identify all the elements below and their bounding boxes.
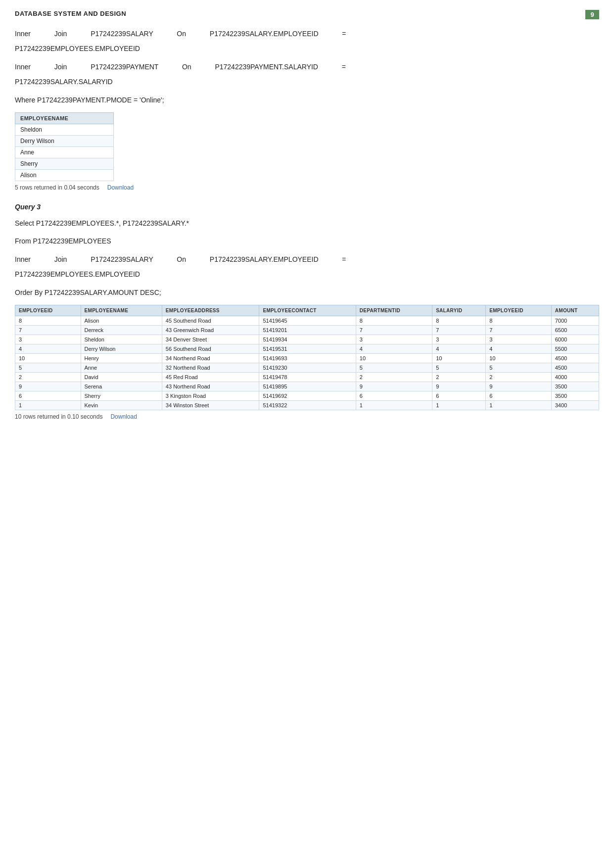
table-cell: 51419934	[259, 335, 356, 344]
q2-table-2: P17242239PAYMENT	[91, 63, 158, 71]
table-cell: 3500	[551, 382, 599, 391]
table-cell: 43 Greenwich Road	[162, 325, 259, 335]
table-cell: 3	[356, 335, 432, 344]
q2-where: Where P17242239PAYMENT.PMODE = 'Online';	[15, 95, 599, 105]
table-cell: 2	[356, 372, 432, 382]
table-cell: 51419895	[259, 382, 356, 391]
table-cell: 1	[356, 400, 432, 410]
table-cell: Derry Wilson	[81, 344, 162, 353]
table-cell: 10	[356, 353, 432, 363]
table-cell: 51419531	[259, 344, 356, 353]
q2-rows-text: 5 rows returned in 0.04 seconds	[15, 184, 99, 191]
table-cell: 10	[486, 353, 552, 363]
table-cell: 8	[356, 316, 432, 325]
table-cell: 6000	[551, 335, 599, 344]
table-cell: 5	[486, 363, 552, 372]
table-cell: 5500	[551, 344, 599, 353]
table-cell: Henry	[81, 353, 162, 363]
table-cell: 5	[356, 363, 432, 372]
table-cell: 6	[356, 391, 432, 400]
table-cell: 2	[15, 372, 81, 382]
table-cell: 7	[486, 325, 552, 335]
table-row: 9Serena43 Northend Road514198959993500	[15, 382, 599, 391]
table-cell: 5	[15, 363, 81, 372]
table-cell: 51419478	[259, 372, 356, 382]
table-cell: 4000	[551, 372, 599, 382]
q3-result-container: EMPLOYEEIDEMPLOYEENAMEEMPLOYEEADDRESSEMP…	[15, 305, 599, 410]
table-cell: 3 Kingston Road	[162, 391, 259, 400]
table-cell: 1	[15, 400, 81, 410]
table-cell: 4	[486, 344, 552, 353]
table-row: Anne	[15, 146, 114, 158]
q2-line-1: Inner Join P17242239SALARY On P17242239S…	[15, 28, 599, 39]
table-cell: 6	[15, 391, 81, 400]
table-cell: 7	[15, 325, 81, 335]
table-cell: 10	[15, 353, 81, 363]
table-cell: 34 Denver Street	[162, 335, 259, 344]
table-cell: 3	[432, 335, 486, 344]
table-cell: 45 Red Road	[162, 372, 259, 382]
table-row: Sherry	[15, 158, 114, 169]
q2-cond-2: P17242239PAYMENT.SALARYID	[215, 63, 318, 71]
q3-table: P17242239SALARY	[91, 255, 153, 263]
q3-cond: P17242239SALARY.EMPLOYEEID	[210, 255, 319, 263]
table-cell: 56 Southend Road	[162, 344, 259, 353]
table-cell: Sherry	[81, 391, 162, 400]
table-cell: 3500	[551, 391, 599, 400]
q3-inner-join-line: Inner Join P17242239SALARY On P17242239S…	[15, 254, 599, 265]
table-cell: 2	[432, 372, 486, 382]
q3-rows-text: 10 rows returned in 0.10 seconds	[15, 413, 102, 420]
table-cell: 6500	[551, 325, 599, 335]
q2-download-link[interactable]: Download	[107, 184, 134, 191]
q3-download-link[interactable]: Download	[110, 413, 137, 420]
q2-rows-info: 5 rows returned in 0.04 seconds Download	[15, 184, 599, 191]
table-cell: 51419692	[259, 391, 356, 400]
q3-from: From P17242239EMPLOYEES	[15, 236, 599, 246]
q3-select: Select P17242239EMPLOYEES.*, P17242239SA…	[15, 218, 599, 229]
table-cell: 1	[486, 400, 552, 410]
page-header: DATABASE SYSTEM AND DESIGN 9	[15, 10, 599, 19]
query3-label: Query 3	[15, 203, 599, 211]
q2-on-1: On	[177, 30, 186, 38]
q2-inner-2: Inner	[15, 63, 31, 71]
table-row: 3Sheldon34 Denver Street514199343336000	[15, 335, 599, 344]
q2-col-employeename: EMPLOYEENAME	[15, 112, 114, 124]
table-row: 10Henry34 Northend Road51419693101010450…	[15, 353, 599, 363]
table-cell: 51419693	[259, 353, 356, 363]
table-row: 8Alison45 Southend Road514196458887000	[15, 316, 599, 325]
page-title: DATABASE SYSTEM AND DESIGN	[15, 10, 126, 17]
table-cell: Sherry	[15, 158, 114, 169]
table-row: 2David45 Red Road514194782224000	[15, 372, 599, 382]
table-row: 1Kevin34 Winston Street514193221113400	[15, 400, 599, 410]
q2-inner-1: Inner	[15, 30, 31, 38]
table-row: Alison	[15, 169, 114, 181]
table-cell: 3	[486, 335, 552, 344]
table-header: EMPLOYEEID	[15, 305, 81, 316]
table-cell: Alison	[15, 169, 114, 181]
table-cell: 51419645	[259, 316, 356, 325]
table-header: EMPLOYEENAME	[81, 305, 162, 316]
table-cell: Derreck	[81, 325, 162, 335]
q2-cont-1: P17242239EMPLOYEES.EMPLOYEEID	[15, 43, 599, 54]
q2-eq-2: =	[342, 63, 346, 71]
table-header: AMOUNT	[551, 305, 599, 316]
table-cell: 32 Northend Road	[162, 363, 259, 372]
table-cell: 51419201	[259, 325, 356, 335]
table-cell: Anne	[81, 363, 162, 372]
table-cell: 6	[432, 391, 486, 400]
q2-table-1: P17242239SALARY	[91, 30, 153, 38]
table-header: DEPARTMENTID	[356, 305, 432, 316]
table-cell: Kevin	[81, 400, 162, 410]
query2-block: Inner Join P17242239SALARY On P17242239S…	[15, 28, 599, 191]
table-cell: 8	[432, 316, 486, 325]
table-cell: 9	[15, 382, 81, 391]
q2-result-container: EMPLOYEENAME SheldonDerry WilsonAnneSher…	[15, 112, 599, 181]
table-cell: 7	[356, 325, 432, 335]
page-number: 9	[585, 10, 599, 19]
table-cell: 9	[432, 382, 486, 391]
table-cell: 5	[432, 363, 486, 372]
table-cell: 4500	[551, 363, 599, 372]
table-cell: 9	[486, 382, 552, 391]
table-header: EMPLOYEEID	[486, 305, 552, 316]
table-cell: Derry Wilson	[15, 135, 114, 146]
